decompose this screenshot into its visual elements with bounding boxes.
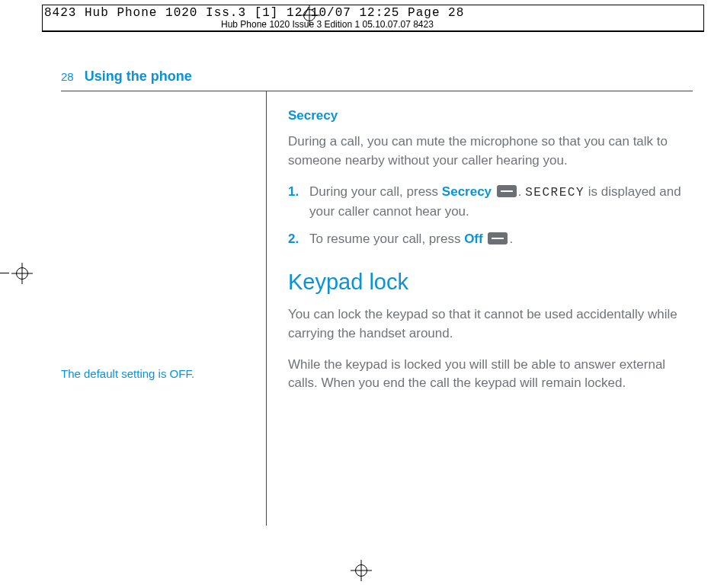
- running-header: 28 Using the phone: [61, 69, 693, 85]
- secrecy-intro: During a call, you can mute the micropho…: [288, 133, 693, 170]
- page-content: 28 Using the phone The default setting i…: [61, 69, 693, 527]
- step-text: .: [518, 184, 525, 199]
- prepress-status-line: 8423 Hub Phone 1020 Iss.3 [1] 12/10/07 1…: [44, 6, 464, 20]
- two-column-layout: The default setting is OFF. Secrecy Duri…: [61, 91, 693, 526]
- heading-keypad-lock: Keypad lock: [288, 270, 693, 295]
- crop-tick: [0, 273, 9, 273]
- softkey-icon: [497, 185, 517, 197]
- trim-line: [42, 30, 704, 32]
- prepress-mid-line: Hub Phone 1020 Issue 3 Edition 1 05.10.0…: [221, 19, 434, 30]
- softkey-icon: [488, 232, 508, 244]
- subheading-secrecy: Secrecy: [288, 108, 693, 123]
- step-2: 2. To resume your call, press Off .: [288, 229, 693, 249]
- step-text: To resume your call, press: [309, 232, 464, 246]
- trim-line: [42, 5, 43, 32]
- section-title: Using the phone: [85, 69, 192, 85]
- step-number: 2.: [288, 229, 299, 249]
- softkey-label: Secrecy: [442, 184, 492, 199]
- step-number: 1.: [288, 182, 299, 202]
- display-text: SECRECY: [525, 186, 584, 200]
- softkey-label: Off: [464, 232, 483, 246]
- trim-line: [703, 5, 704, 32]
- side-note: The default setting is OFF.: [61, 366, 252, 382]
- step-1: 1. During your call, press Secrecy . SEC…: [288, 182, 693, 222]
- keypad-p1: You can lock the keypad so that it canno…: [288, 305, 693, 343]
- trim-line: [42, 5, 704, 5]
- registration-mark-icon: [299, 5, 320, 26]
- registration-mark-icon: [11, 263, 33, 284]
- body-column: Secrecy During a call, you can mute the …: [267, 91, 693, 526]
- secrecy-steps: 1. During your call, press Secrecy . SEC…: [288, 182, 693, 248]
- keypad-p2: While the keypad is locked you will stil…: [288, 356, 693, 393]
- step-text: .: [509, 232, 513, 246]
- step-text: During your call, press: [309, 184, 442, 199]
- margin-column: The default setting is OFF.: [61, 91, 267, 526]
- page-number: 28: [61, 70, 74, 83]
- registration-mark-icon: [351, 560, 372, 581]
